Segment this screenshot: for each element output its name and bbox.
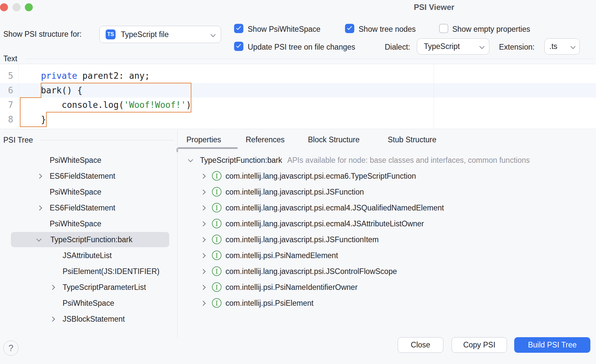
help-button[interactable]: ? — [3, 341, 19, 356]
selected-tab-underline — [178, 147, 238, 149]
chevron-right-icon[interactable] — [201, 285, 206, 290]
show-empty-properties-label[interactable]: Show empty properties — [452, 25, 530, 34]
text-section-separator — [26, 59, 594, 59]
check-icon — [236, 43, 241, 48]
chevron-down-icon[interactable] — [188, 157, 193, 162]
interface-icon: I — [212, 219, 222, 228]
typescript-file-icon: TS — [106, 29, 116, 39]
tree-item-jsblockstatement[interactable]: JSBlockStatement — [0, 311, 177, 327]
tab-block-structure[interactable]: Block Structure — [308, 135, 360, 144]
interface-icon: I — [212, 282, 222, 292]
interface-icon: I — [212, 250, 222, 260]
build-psi-tree-button[interactable]: Build PSI Tree — [514, 337, 590, 353]
chevron-right-icon[interactable] — [201, 269, 206, 274]
show-psiwhitespace-checkbox[interactable] — [234, 24, 243, 33]
close-window-button[interactable] — [0, 3, 8, 11]
psi-tree-section-label: PSI Tree — [3, 136, 33, 145]
structure-for-label: Show PSI structure for: — [3, 30, 81, 39]
extension-value: .ts — [549, 42, 557, 51]
check-icon — [347, 25, 352, 30]
code-editor[interactable]: 5 6 7 8 private parent2: any; bark() { c… — [0, 64, 596, 129]
dialect-value: TypeScript — [424, 42, 460, 51]
interface-row[interactable]: I com.intellij.psi.PsiNamedElement — [0, 248, 596, 263]
file-type-select[interactable]: TS TypeScript file — [99, 26, 221, 43]
interface-icon: I — [212, 298, 222, 308]
question-mark-icon: ? — [8, 343, 13, 353]
interface-icon: I — [212, 266, 222, 276]
interface-row[interactable]: I com.intellij.lang.javascript.psi.ecma6… — [0, 168, 596, 184]
node-title: TypeScriptFunction:bark — [200, 156, 282, 164]
psi-viewer-dialog: { "window": { "title": "PSI Viewer" }, "… — [0, 0, 596, 364]
tab-references[interactable]: References — [246, 135, 285, 144]
dialect-select[interactable]: TypeScript — [417, 38, 489, 55]
show-empty-properties-checkbox[interactable] — [439, 24, 448, 33]
copy-psi-button[interactable]: Copy PSI — [452, 337, 507, 353]
chevron-right-icon[interactable] — [201, 221, 206, 227]
node-hint: APIs available for node: base classes an… — [287, 156, 530, 164]
minimize-window-button[interactable] — [13, 3, 21, 11]
show-psiwhitespace-label[interactable]: Show PsiWhiteSpace — [248, 25, 321, 34]
interface-row[interactable]: I com.intellij.psi.PsiNameIdentifierOwne… — [0, 279, 596, 295]
psi-tree-separator — [40, 140, 174, 140]
properties-root-node[interactable]: TypeScriptFunction:bark APIs available f… — [177, 152, 596, 168]
show-tree-nodes-checkbox[interactable] — [345, 24, 354, 33]
update-psi-tree-checkbox[interactable] — [234, 42, 243, 51]
chevron-down-icon — [211, 32, 216, 37]
tab-stub-structure[interactable]: Stub Structure — [388, 135, 436, 144]
show-tree-nodes-label[interactable]: Show tree nodes — [359, 25, 416, 34]
interface-icon: I — [212, 235, 222, 244]
chevron-right-icon[interactable] — [201, 301, 206, 306]
chevron-right-icon[interactable] — [201, 237, 206, 243]
chevron-right-icon[interactable] — [50, 317, 55, 322]
text-section-label: Text — [3, 54, 17, 63]
window-title: PSI Viewer — [384, 3, 484, 12]
dialect-label: Dialect: — [385, 43, 410, 52]
extension-select[interactable]: .ts — [544, 38, 580, 55]
zoom-window-button[interactable] — [25, 3, 33, 11]
chevron-right-icon[interactable] — [201, 253, 206, 258]
tree-item-psiwhitespace[interactable]: PsiWhiteSpace — [0, 152, 177, 168]
chevron-right-icon[interactable] — [201, 174, 206, 179]
chevron-right-icon[interactable] — [201, 205, 206, 211]
chevron-down-icon — [479, 44, 485, 49]
file-type-value: TypeScript file — [121, 30, 169, 39]
chevron-right-icon[interactable] — [201, 190, 206, 195]
interface-icon: I — [212, 171, 222, 181]
interface-icon: I — [212, 203, 222, 212]
extension-label: Extension: — [499, 43, 534, 52]
chevron-down-icon — [571, 44, 576, 49]
interface-row[interactable]: I com.intellij.lang.javascript.psi.JSCon… — [0, 263, 596, 279]
tab-properties[interactable]: Properties — [186, 135, 221, 144]
psi-range-selection-outline — [0, 64, 596, 129]
interface-row[interactable]: I com.intellij.lang.javascript.psi.JSFun… — [0, 232, 596, 248]
interface-icon: I — [212, 187, 222, 197]
interface-row[interactable]: I com.intellij.psi.PsiElement — [0, 295, 596, 311]
interface-row[interactable]: I com.intellij.lang.javascript.psi.JSFun… — [0, 184, 596, 200]
close-button[interactable]: Close — [398, 337, 443, 353]
update-psi-tree-label[interactable]: Update PSI tree on file changes — [248, 43, 355, 52]
interface-row[interactable]: I com.intellij.lang.javascript.psi.ecmal… — [0, 216, 596, 232]
check-icon — [236, 25, 241, 30]
interface-row[interactable]: I com.intellij.lang.javascript.psi.ecmal… — [0, 200, 596, 216]
